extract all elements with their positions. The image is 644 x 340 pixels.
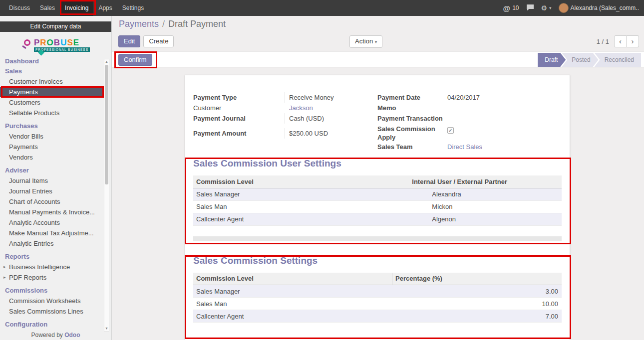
sidebar-item-label: PDF Reports [9,274,46,281]
value-payment-date: 04/20/2017 [447,92,562,103]
table-footer-strip [193,236,562,241]
breadcrumb-separator: / [162,19,165,29]
user-settings-row-2[interactable]: Sales Man Mickon [193,200,562,213]
sales-commission-apply-checkbox[interactable]: ✓ [447,127,454,134]
sidebar-item-vendor-bills[interactable]: Vendor Bills [0,131,105,142]
pager: 1 / 1 ‹ › [597,35,639,47]
sidebar-item-journal-items[interactable]: Journal Items [0,175,105,186]
sidebar-item-commission-worksheets[interactable]: Commission Worksheets [0,296,105,306]
value-payment-journal: Cash (USD) [285,113,377,124]
menu-apps[interactable]: Apps [93,0,117,16]
value-sales-team-link[interactable]: Direct Sales [447,143,482,151]
status-reconciled[interactable]: Reconciled [595,53,641,67]
sidebar-header-reports: Reports [0,252,111,262]
sidebar-item-chart-of-accounts[interactable]: Chart of Accounts [0,196,105,207]
create-button[interactable]: Create [143,35,174,47]
sidebar: Edit Company data PROBUSE PROFESSIONAL B… [0,16,112,340]
activity-count: 10 [512,4,519,11]
status-draft[interactable]: Draft [538,53,566,67]
sidebar-item-vendor-payments[interactable]: Payments [0,142,105,152]
commission-settings-table: Commission Level Percentage (%) Sales Ma… [193,273,562,323]
value-payment-transaction [447,113,562,124]
company-logo[interactable]: PROBUSE PROFESSIONAL BUSINESS [0,32,111,56]
form-sheet: Payment Type Receive Money Customer Jack… [185,75,570,340]
sidebar-item-sales-commissions-lines[interactable]: Sales Commissions Lines [0,306,105,317]
pager-next-button[interactable]: › [627,35,639,47]
odoo-link[interactable]: Odoo [64,332,80,339]
cell-level: Sales Manager [193,188,429,200]
powered-by-text: Powered by [31,332,62,339]
menu-settings[interactable]: Settings [117,0,149,16]
breadcrumb: Payments / Draft Payment [112,16,644,32]
activity-at-icon: @ [503,4,511,12]
user-settings-row-3[interactable]: Callcenter Agent Algenon [193,213,562,225]
label-payment-amount: Payment Amount [193,128,285,139]
sidebar-header-adviser: Adviser [0,166,111,175]
sidebar-item-journal-entries[interactable]: Journal Entries [0,186,105,196]
scrollbar-thumb[interactable] [105,65,108,184]
sidebar-item-make-manual-tax-adjustment[interactable]: Make Manual Tax Adjustme... [0,228,105,238]
gear-icon: ⚙ [541,4,548,12]
value-payment-type: Receive Money [285,92,377,103]
sidebar-scrollbar[interactable]: ▲ ▼ [104,59,109,332]
sidebar-header-configuration: Configuration [0,320,111,330]
commission-settings-row-2[interactable]: Sales Man 10.00 [193,298,562,310]
pager-value: 1 / 1 [597,38,609,45]
label-payment-date: Payment Date [377,92,447,103]
sidebar-item-sellable-products[interactable]: Sellable Products [0,108,105,118]
chevron-down-icon: ▾ [549,5,552,10]
label-payment-transaction: Payment Transaction [377,113,447,124]
commission-settings-row-1[interactable]: Sales Manager 3.00 [193,285,562,298]
messages-button[interactable] [526,4,534,12]
confirm-button[interactable]: Confirm [118,54,152,66]
sidebar-item-pdf-reports[interactable]: ▸PDF Reports [0,272,105,283]
sidebar-item-customer-invoices[interactable]: Customer Invoices [0,76,105,87]
avatar [559,3,569,13]
column-header-commission-level: Commission Level [193,175,429,188]
menu-invoicing[interactable]: Invoicing [60,0,93,16]
sidebar-item-manual-payments-invoice[interactable]: Manual Payments & Invoice... [0,207,105,217]
cell-user: Mickon [429,200,562,213]
label-customer: Customer [193,103,285,113]
expand-arrow-icon[interactable]: ▸ [3,272,6,283]
breadcrumb-payments[interactable]: Payments [119,19,159,29]
value-customer-link[interactable]: Jackson [289,104,313,112]
column-header-internal-user: Internal User / External Partner [429,175,562,188]
menu-sales[interactable]: Sales [35,0,60,16]
action-dropdown[interactable]: Action ▾ [349,35,382,48]
sidebar-item-business-intelligence[interactable]: ▸Business Intelligence [0,262,105,272]
cell-level: Sales Man [193,298,392,310]
user-settings-row-1[interactable]: Sales Manager Alexandra [193,188,562,200]
cell-percentage: 7.00 [392,310,562,323]
scroll-up-icon[interactable]: ▲ [104,59,109,64]
pager-previous-button[interactable]: ‹ [614,35,627,47]
sidebar-item-analytic-entries[interactable]: Analytic Entries [0,238,105,249]
edit-company-data-button[interactable]: Edit Company data [0,21,111,32]
sidebar-item-analytic-accounts[interactable]: Analytic Accounts [0,217,105,228]
user-settings-title: Sales Commission User Settings [193,158,562,169]
cell-level: Sales Man [193,200,429,213]
user-name: Alexandra (Sales_comm.. [571,4,639,11]
sidebar-item-payments[interactable]: Payments [0,87,105,97]
cell-level: Callcenter Agent [193,213,429,225]
top-right-tools: @ 10 ⚙ ▾ Alexandra (Sales_comm.. [503,0,644,16]
status-pipeline: Draft Posted Reconciled [538,53,641,67]
edit-button[interactable]: Edit [118,35,140,47]
commission-settings-row-3[interactable]: Callcenter Agent 7.00 [193,310,562,323]
activity-button[interactable]: @ 10 [503,4,519,12]
sidebar-header-dashboard: Dashboard [0,56,111,66]
sidebar-item-customers[interactable]: Customers [0,97,105,108]
scroll-down-icon[interactable]: ▼ [104,326,109,331]
menu-discuss[interactable]: Discuss [4,0,35,16]
check-icon: ✓ [448,128,452,133]
sidebar-item-vendors[interactable]: Vendors [0,152,105,163]
main-content: Payments / Draft Payment Edit Create Act… [112,16,644,340]
user-menu[interactable]: Alexandra (Sales_comm.. [559,3,639,13]
status-posted[interactable]: Posted [562,53,598,67]
cell-user: Algenon [429,213,562,225]
sidebar-header-purchases: Purchases [0,121,111,131]
sidebar-menu: Dashboard Sales Customer Invoices Paymen… [0,56,111,330]
expand-arrow-icon[interactable]: ▸ [3,262,6,272]
debug-menu-button[interactable]: ⚙ ▾ [541,4,552,12]
sidebar-header-commissions: Commissions [0,286,111,296]
